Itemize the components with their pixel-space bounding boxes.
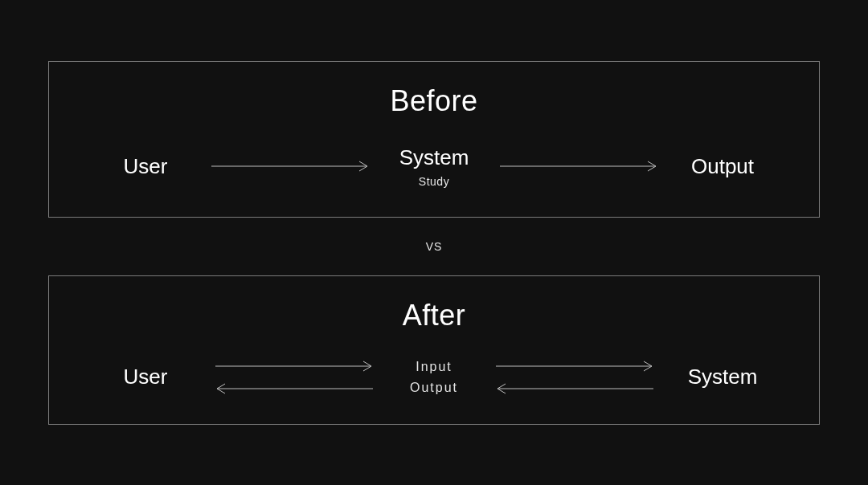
before-node-system-label: System <box>399 145 469 170</box>
after-flow: User Input Output Syst <box>97 360 771 395</box>
before-panel: Before User System Study Output <box>48 61 820 218</box>
arrow-right-icon <box>494 361 655 372</box>
before-node-output: Output <box>674 154 771 179</box>
vs-label: VS <box>426 240 443 253</box>
arrow-right-icon <box>214 361 375 372</box>
arrow-bidirectional-left <box>194 361 394 394</box>
before-node-user: User <box>97 154 194 179</box>
arrow-right-icon <box>482 161 674 172</box>
after-mid-column: Input Output <box>394 360 474 395</box>
arrow-right-icon <box>194 161 386 172</box>
before-node-system: System Study <box>386 145 482 188</box>
arrow-left-icon <box>214 383 375 394</box>
arrow-left-icon <box>494 383 655 394</box>
before-node-system-sublabel: Study <box>419 175 449 188</box>
after-title: After <box>403 299 466 332</box>
after-node-user: User <box>97 365 194 389</box>
before-title: Before <box>390 84 477 118</box>
after-mid-output: Output <box>410 381 458 395</box>
before-flow: User System Study Output <box>97 145 771 188</box>
after-mid-input: Input <box>416 360 452 374</box>
arrow-bidirectional-right <box>474 361 674 394</box>
after-node-system: System <box>674 365 771 389</box>
after-panel: After User Input Output <box>48 275 820 425</box>
